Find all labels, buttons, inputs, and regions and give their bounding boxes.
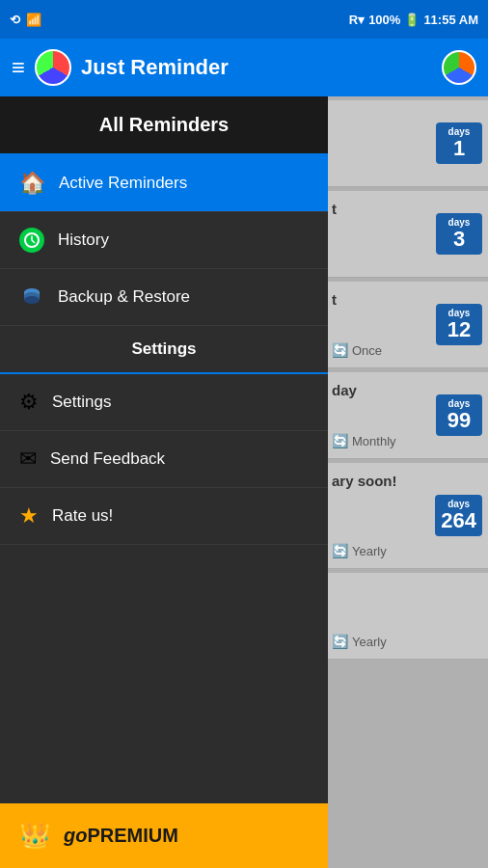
reminder-card-5: ary soon! days 264 🔄 Yearly (328, 463, 488, 569)
status-left: ⟲ 📶 (10, 13, 41, 27)
reminder-card-4: day days 99 🔄 Monthly (328, 372, 488, 459)
sidebar-item-rate-us[interactable]: ★ Rate us! (0, 488, 328, 545)
battery-percent: 100% (368, 13, 400, 27)
sidebar-item-send-feedback[interactable]: ✉ Send Feedback (0, 431, 328, 488)
days-badge-4: days 99 (436, 394, 482, 436)
reminder-text-2: t (332, 201, 337, 217)
reminder-card-2: t days 3 (328, 191, 488, 278)
email-icon: ✉ (19, 447, 37, 472)
crown-icon: 👑 (19, 821, 50, 851)
app-bar-left: ≡ Just Reminder (12, 49, 229, 86)
reminder-card-3: t days 12 🔄 Once (328, 282, 488, 368)
repeat-info-5: 🔄 Yearly (332, 543, 387, 558)
repeat-icon-6: 🔄 (332, 634, 348, 649)
repeat-info-4: 🔄 Monthly (332, 433, 396, 448)
clock: 11:55 AM (423, 13, 478, 27)
repeat-label-6: Yearly (352, 635, 387, 649)
reminder-card-6: 🔄 Yearly (328, 573, 488, 660)
sidebar-rate-us-label: Rate us! (52, 506, 113, 526)
hamburger-icon[interactable]: ≡ (12, 54, 25, 81)
signal-text: R▾ (349, 13, 365, 27)
sidebar-active-reminders-label: Active Reminders (59, 174, 187, 193)
repeat-icon-5: 🔄 (332, 543, 348, 558)
star-icon: ★ (19, 503, 39, 529)
svg-point-5 (24, 296, 40, 304)
days-badge-2: days 3 (436, 213, 482, 255)
sidebar-item-active-reminders[interactable]: 🏠 Active Reminders (0, 155, 328, 212)
sidebar-history-label: History (58, 231, 109, 250)
reminder-card-1: days 1 (328, 100, 488, 187)
repeat-info-6: 🔄 Yearly (332, 634, 387, 649)
days-badge-1: days 1 (436, 122, 482, 164)
app-title: Just Reminder (81, 55, 229, 80)
days-badge-3: days 12 (436, 304, 482, 345)
home-icon: 🏠 (19, 171, 45, 196)
sidebar-item-history[interactable]: History (0, 212, 328, 269)
repeat-label-5: Yearly (352, 544, 387, 558)
sidebar: All Reminders 🏠 Active Reminders History (0, 96, 328, 868)
reminder-text-3: t (332, 291, 337, 308)
sidebar-feedback-label: Send Feedback (50, 449, 165, 469)
status-bar: ⟲ 📶 R▾ 100% 🔋 11:55 AM (0, 0, 488, 39)
main-content: All Reminders 🏠 Active Reminders History (0, 96, 488, 868)
repeat-info-3: 🔄 Once (332, 342, 382, 358)
sidebar-settings-label: Settings (52, 393, 111, 412)
sidebar-header[interactable]: All Reminders (0, 96, 328, 155)
app-logo (35, 49, 71, 86)
screen-rotate-icon: ⟲ (10, 13, 20, 27)
sidebar-item-premium[interactable]: 👑 goPREMIUM (0, 803, 328, 868)
app-bar: ≡ Just Reminder (0, 39, 488, 96)
sidebar-item-settings[interactable]: ⚙ Settings (0, 374, 328, 431)
backup-icon (19, 285, 44, 310)
days-badge-5: days 264 (435, 495, 482, 536)
history-icon (19, 228, 44, 253)
battery-icon: 🔋 (404, 13, 420, 27)
profile-icon[interactable] (442, 50, 476, 85)
status-right: R▾ 100% 🔋 11:55 AM (349, 13, 478, 27)
repeat-icon-3: 🔄 (332, 342, 348, 358)
repeat-label-3: Once (352, 343, 382, 358)
settings-icon: ⚙ (19, 390, 39, 415)
repeat-label-4: Monthly (352, 434, 396, 448)
sidebar-settings-section: Settings (0, 326, 328, 374)
reminder-text-4: day (332, 382, 357, 398)
right-panel: days 1 t days 3 t days 12 🔄 Once (328, 96, 488, 868)
sidebar-item-backup-restore[interactable]: Backup & Restore (0, 269, 328, 326)
repeat-icon-4: 🔄 (332, 433, 348, 448)
wifi-icon: 📶 (26, 13, 41, 27)
reminder-text-5: ary soon! (332, 473, 397, 489)
sidebar-backup-label: Backup & Restore (58, 287, 190, 307)
premium-label: goPREMIUM (64, 825, 178, 847)
sidebar-all-reminders-title: All Reminders (19, 114, 309, 136)
